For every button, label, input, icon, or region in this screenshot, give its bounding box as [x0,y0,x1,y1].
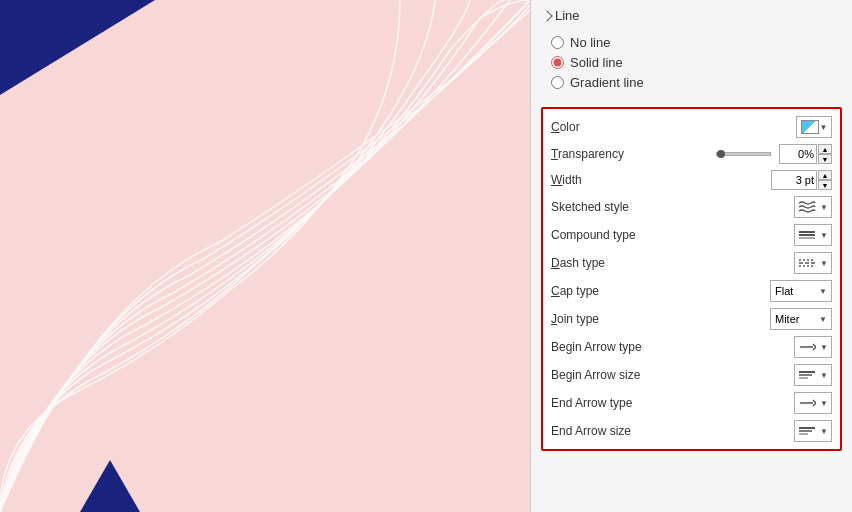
begin-arrow-type-icon [798,340,816,354]
sketched-style-label: Sketched style [551,200,794,214]
begin-arrow-type-row: Begin Arrow type ▼ [543,333,840,361]
cap-type-select[interactable]: Flat ▼ [770,280,832,302]
dash-type-icon [798,256,816,270]
width-row: Width ▲ ▼ [543,167,840,193]
line-properties-box: Color ▼ Transparency ▲ [541,107,842,451]
sketched-style-arrow: ▼ [820,203,828,212]
dash-type-arrow: ▼ [820,259,828,268]
gradient-line-radio[interactable] [551,76,564,89]
no-line-radio-item[interactable]: No line [551,35,832,50]
section-title: Line [555,8,580,23]
end-arrow-size-row: End Arrow size ▼ [543,417,840,445]
join-type-label: Join type [551,312,770,326]
join-type-select[interactable]: Miter ▼ [770,308,832,330]
cap-type-row: Cap type Flat ▼ [543,277,840,305]
compound-type-icon [798,228,816,242]
begin-arrow-type-arrow: ▼ [820,343,828,352]
compound-type-button[interactable]: ▼ [794,224,832,246]
join-type-value: Miter [775,313,799,325]
cap-type-control: Flat ▼ [770,280,832,302]
begin-arrow-size-icon [798,368,816,382]
transparency-input[interactable] [779,144,817,164]
join-type-arrow: ▼ [819,315,827,324]
join-type-control: Miter ▼ [770,308,832,330]
width-label: Width [551,173,771,187]
end-arrow-size-label: End Arrow size [551,424,794,438]
cap-type-value: Flat [775,285,793,297]
begin-arrow-size-row: Begin Arrow size ▼ [543,361,840,389]
line-type-radio-group: No line Solid line Gradient line [531,31,852,103]
color-row: Color ▼ [543,113,840,141]
color-dropdown-arrow: ▼ [820,123,828,132]
width-increment[interactable]: ▲ [818,170,832,180]
end-arrow-type-control: ▼ [794,392,832,414]
transparency-spinner: ▲ ▼ [818,144,832,164]
color-label: Color [551,120,796,134]
join-type-row: Join type Miter ▼ [543,305,840,333]
canvas [0,0,530,512]
no-line-radio[interactable] [551,36,564,49]
compound-type-control: ▼ [794,224,832,246]
begin-arrow-type-control: ▼ [794,336,832,358]
cap-type-arrow: ▼ [819,287,827,296]
begin-arrow-size-arrow: ▼ [820,371,828,380]
begin-arrow-type-label: Begin Arrow type [551,340,794,354]
cap-type-label: Cap type [551,284,770,298]
line-section-header[interactable]: Line [531,0,852,31]
transparency-control: ▲ ▼ [716,144,832,164]
transparency-label: Transparency [551,147,716,161]
svg-marker-1 [80,460,140,512]
width-control: ▲ ▼ [771,170,832,190]
begin-arrow-size-button[interactable]: ▼ [794,364,832,386]
compound-type-arrow: ▼ [820,231,828,240]
sketched-style-row: Sketched style ▼ [543,193,840,221]
begin-arrow-type-button[interactable]: ▼ [794,336,832,358]
color-swatch [801,120,819,134]
color-picker-button[interactable]: ▼ [796,116,832,138]
begin-arrow-size-label: Begin Arrow size [551,368,794,382]
solid-line-radio-item[interactable]: Solid line [551,55,832,70]
compound-type-label: Compound type [551,228,794,242]
right-panel: Line No line Solid line Gradient line Co… [530,0,852,512]
end-arrow-type-row: End Arrow type ▼ [543,389,840,417]
transparency-slider[interactable] [716,152,771,156]
sketched-style-icon [798,200,816,214]
arcs-decoration [0,0,530,512]
width-spinner: ▲ ▼ [818,170,832,190]
end-arrow-size-arrow: ▼ [820,427,828,436]
end-arrow-type-arrow: ▼ [820,399,828,408]
solid-line-radio[interactable] [551,56,564,69]
end-arrow-size-icon [798,424,816,438]
dash-type-label: Dash type [551,256,794,270]
no-line-label: No line [570,35,610,50]
dash-type-row: Dash type ▼ [543,249,840,277]
compound-type-row: Compound type ▼ [543,221,840,249]
end-arrow-size-control: ▼ [794,420,832,442]
end-arrow-type-button[interactable]: ▼ [794,392,832,414]
end-arrow-type-icon [798,396,816,410]
solid-line-label: Solid line [570,55,623,70]
width-input[interactable] [771,170,817,190]
sketched-style-control: ▼ [794,196,832,218]
slider-thumb[interactable] [717,150,725,158]
svg-marker-0 [0,0,155,95]
end-arrow-type-label: End Arrow type [551,396,794,410]
color-control: ▼ [796,116,832,138]
width-decrement[interactable]: ▼ [818,180,832,190]
gradient-line-label: Gradient line [570,75,644,90]
sketched-style-button[interactable]: ▼ [794,196,832,218]
transparency-row: Transparency ▲ ▼ [543,141,840,167]
transparency-input-wrapper: ▲ ▼ [779,144,832,164]
dash-type-control: ▼ [794,252,832,274]
dash-type-button[interactable]: ▼ [794,252,832,274]
transparency-increment[interactable]: ▲ [818,144,832,154]
section-chevron-icon [541,10,552,21]
begin-arrow-size-control: ▼ [794,364,832,386]
end-arrow-size-button[interactable]: ▼ [794,420,832,442]
transparency-decrement[interactable]: ▼ [818,154,832,164]
gradient-line-radio-item[interactable]: Gradient line [551,75,832,90]
